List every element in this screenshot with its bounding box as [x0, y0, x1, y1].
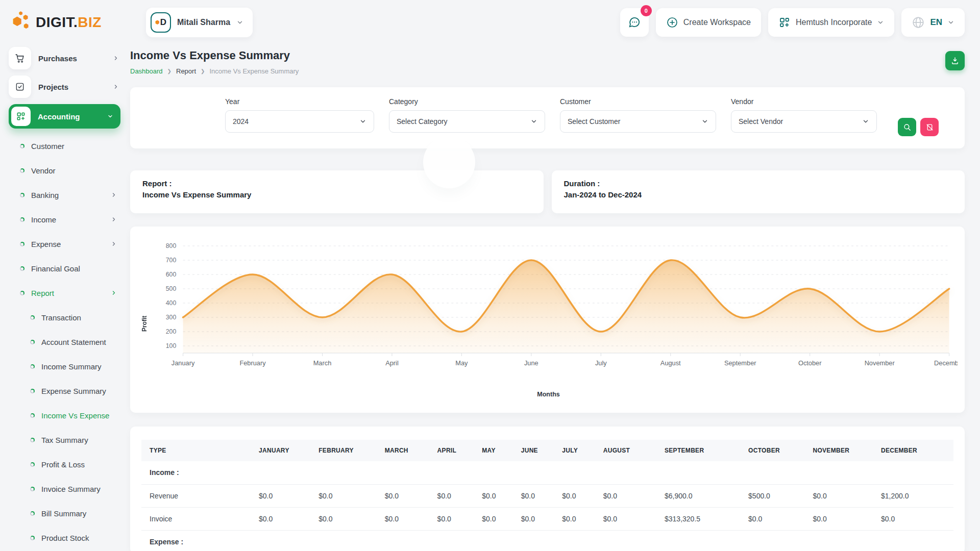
download-report-button[interactable]	[945, 51, 965, 70]
bullet-icon	[30, 487, 35, 491]
value-cell: $0.0	[513, 507, 554, 530]
sidebar-item-account-statement[interactable]: Account Statement	[9, 330, 130, 354]
table-row-invoice: Invoice$0.0$0.0$0.0$0.0$0.0$0.0$0.0$0.0$…	[141, 507, 953, 530]
svg-text:500: 500	[166, 285, 177, 292]
bullet-icon	[30, 389, 35, 393]
user-avatar: ⬢D	[151, 12, 171, 33]
svg-text:200: 200	[166, 328, 177, 335]
svg-text:800: 800	[166, 242, 177, 249]
sidebar-item-report[interactable]: Report	[9, 281, 130, 305]
apply-filter-button[interactable]	[898, 118, 916, 136]
column-header-july: JULY	[554, 440, 595, 461]
sidebar-item-income-vs-expense[interactable]: Income Vs Expense	[9, 403, 130, 428]
report-table-card: TYPEJANUARYFEBRUARYMARCHAPRILMAYJUNEJULY…	[130, 427, 965, 551]
workspace-grid-icon	[778, 16, 791, 29]
sidebar-item-income[interactable]: Income	[9, 207, 130, 232]
chevron-down-icon	[359, 118, 366, 125]
sidebar-item-profit-loss[interactable]: Profit & Loss	[9, 452, 130, 477]
create-workspace-button[interactable]: Create Workspace	[656, 8, 761, 37]
main-content: Income Vs Expense Summary Dashboard❯Repo…	[130, 45, 965, 551]
user-menu[interactable]: ⬢D Mitali Sharma	[146, 8, 253, 37]
svg-text:December: December	[934, 360, 958, 367]
vendor-select[interactable]: Select Vendor	[731, 110, 877, 133]
sidebar-item-product-stock[interactable]: Product Stock	[9, 525, 130, 550]
sidebar-item-expense-summary[interactable]: Expense Summary	[9, 379, 130, 403]
app-root: ⬢⬢⬢⬢ DIGIT.BIZ ⬢D Mitali Sharma 0	[0, 0, 980, 551]
svg-text:100: 100	[166, 342, 177, 349]
sidebar-item-accounting[interactable]: Accounting	[9, 104, 120, 129]
chat-button[interactable]: 0	[620, 8, 649, 37]
year-filter: Year 2024	[225, 97, 374, 133]
breadcrumb-dashboard[interactable]: Dashboard	[130, 67, 163, 75]
user-name: Mitali Sharma	[177, 18, 230, 27]
sidebar-item-projects[interactable]: Projects	[9, 76, 130, 98]
bullet-icon	[30, 315, 35, 320]
sidebar-item-bill-summary[interactable]: Bill Summary	[9, 501, 130, 525]
filter-panel: Year 2024 Category Select Category Custo…	[130, 87, 965, 148]
chevron-down-icon	[947, 19, 954, 26]
value-cell: $0.0	[310, 484, 376, 507]
language-code: EN	[930, 17, 942, 28]
section-title: Income :	[141, 461, 953, 484]
chevron-down-icon	[236, 19, 243, 26]
breadcrumb-separator-icon: ❯	[167, 68, 172, 74]
breadcrumb: Dashboard❯Report❯Income Vs Expense Summa…	[130, 67, 299, 75]
sidebar-item-vendor[interactable]: Vendor	[9, 158, 130, 183]
duration-label: Duration :	[564, 179, 953, 188]
column-header-september: SEPTEMBER	[656, 440, 740, 461]
year-select[interactable]: 2024	[225, 110, 374, 133]
table-header: TYPEJANUARYFEBRUARYMARCHAPRILMAYJUNEJULY…	[141, 440, 953, 461]
section-title: Expense :	[141, 530, 953, 551]
svg-text:300: 300	[166, 314, 177, 321]
bullet-icon	[20, 144, 24, 148]
value-cell: $313,320.5	[656, 507, 740, 530]
svg-text:August: August	[660, 360, 681, 367]
section-row: Income :	[141, 461, 953, 484]
profit-axis-label: Profit	[139, 237, 150, 390]
column-header-type: TYPE	[141, 440, 251, 461]
sidebar-item-transaction[interactable]: Transaction	[9, 305, 130, 330]
bullet-icon	[30, 462, 35, 467]
value-cell: $0.0	[595, 507, 656, 530]
value-cell: $0.0	[804, 484, 873, 507]
svg-text:September: September	[724, 360, 756, 367]
sidebar-item-customer[interactable]: Customer	[9, 134, 130, 158]
sidebar-item-expense[interactable]: Expense	[9, 232, 130, 256]
value-cell: $0.0	[474, 507, 512, 530]
breadcrumb-report: Report	[176, 67, 196, 75]
sidebar-item-invoice-summary[interactable]: Invoice Summary	[9, 477, 130, 501]
bullet-icon	[30, 364, 35, 369]
sidebar-item-banking[interactable]: Banking	[9, 183, 130, 207]
sidebar-item-purchases[interactable]: Purchases	[9, 47, 130, 69]
income-expense-table: TYPEJANUARYFEBRUARYMARCHAPRILMAYJUNEJULY…	[141, 440, 953, 551]
customer-select[interactable]: Select Customer	[560, 110, 716, 133]
column-header-february: FEBRUARY	[310, 440, 376, 461]
value-cell: $0.0	[873, 507, 953, 530]
category-select[interactable]: Select Category	[389, 110, 545, 133]
logo-text: DIGIT.BIZ	[36, 14, 102, 31]
value-cell: $1,200.0	[873, 484, 953, 507]
sidebar-item-income-summary[interactable]: Income Summary	[9, 354, 130, 379]
duration-value: Jan-2024 to Dec-2024	[564, 190, 953, 199]
chevron-right-icon	[111, 216, 117, 222]
svg-text:February: February	[239, 360, 266, 367]
checkbox-icon	[9, 76, 31, 98]
svg-text:600: 600	[166, 271, 177, 278]
value-cell: $0.0	[251, 507, 310, 530]
svg-text:700: 700	[166, 257, 177, 264]
report-value: Income Vs Expense Summary	[142, 190, 531, 199]
value-cell: $0.0	[251, 484, 310, 507]
bullet-icon	[30, 536, 35, 540]
breadcrumb-income-vs-expense-summary: Income Vs Expense Summary	[209, 67, 299, 75]
row-type: Invoice	[141, 507, 251, 530]
sidebar-item-financial-goal[interactable]: Financial Goal	[9, 256, 130, 281]
chevron-right-icon	[111, 241, 117, 247]
sidebar-item-tax-summary[interactable]: Tax Summary	[9, 428, 130, 452]
company-selector[interactable]: Hemtush Incorporate	[768, 8, 894, 37]
income-expense-chart-card: Profit 800700600500400300200100JanuaryFe…	[130, 227, 965, 413]
accounting-submenu: CustomerVendorBankingIncomeExpenseFinanc…	[9, 134, 130, 551]
category-filter: Category Select Category	[389, 97, 545, 133]
clear-filter-button[interactable]	[920, 118, 939, 136]
column-header-may: MAY	[474, 440, 512, 461]
language-selector[interactable]: EN	[901, 8, 965, 37]
